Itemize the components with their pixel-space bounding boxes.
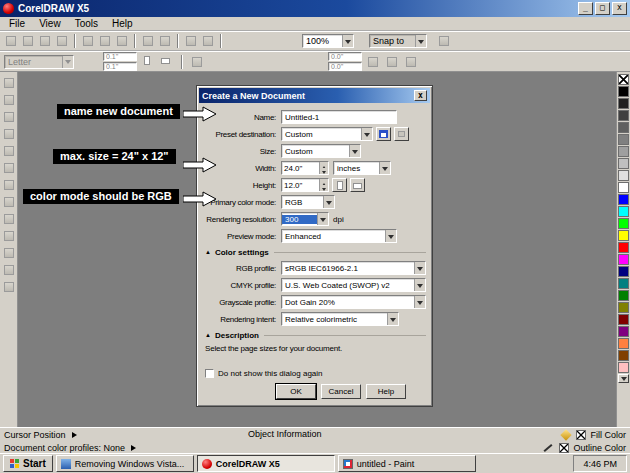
width-spinner[interactable]: 24.0"	[281, 161, 329, 175]
dont-show-again-checkbox[interactable]	[205, 369, 214, 378]
open-icon[interactable]	[20, 33, 36, 49]
redo-icon[interactable]	[157, 33, 173, 49]
smart-fill-tool[interactable]	[1, 160, 17, 176]
rendering-intent-select[interactable]: Relative colorimetric	[281, 312, 399, 326]
rendering-resolution-combo[interactable]: 300	[281, 212, 329, 226]
palette-swatch[interactable]	[618, 182, 629, 193]
paper-height-field[interactable]: 0.1"	[103, 62, 137, 71]
cancel-button[interactable]: Cancel	[321, 384, 361, 399]
chevron-down-icon[interactable]	[349, 145, 360, 157]
snap-to-dropdown[interactable]: Snap to	[369, 34, 427, 48]
units-select[interactable]: inches	[333, 161, 391, 175]
color-settings-header[interactable]: ▲ Color settings	[203, 245, 426, 259]
cut-icon[interactable]	[80, 33, 96, 49]
palette-swatch[interactable]	[618, 206, 629, 217]
rgb-profile-select[interactable]: sRGB IEC61966-2.1	[281, 261, 426, 275]
minimize-button[interactable]: _	[578, 2, 593, 15]
text-tool[interactable]	[1, 228, 17, 244]
dialog-close-icon[interactable]: x	[414, 90, 427, 101]
save-icon[interactable]	[37, 33, 53, 49]
delete-preset-button[interactable]	[394, 127, 409, 141]
interactive-fill-tool[interactable]	[1, 279, 17, 295]
ok-button[interactable]: OK	[276, 384, 316, 399]
import-icon[interactable]	[183, 33, 199, 49]
shape-tool[interactable]	[1, 92, 17, 108]
help-button[interactable]: Help	[366, 384, 406, 399]
no-color-swatch[interactable]	[618, 74, 629, 85]
height-spinner[interactable]: 12.0"	[281, 178, 329, 192]
units-icon[interactable]	[189, 54, 205, 70]
preview-mode-select[interactable]: Enhanced	[281, 229, 397, 243]
taskbar-button-vista[interactable]: Removing Windows Vista...	[56, 455, 194, 472]
palette-swatch[interactable]	[618, 170, 629, 181]
palette-scroll-down-icon[interactable]	[618, 374, 629, 383]
nudge-field[interactable]: 0.0"	[328, 52, 362, 61]
palette-swatch[interactable]	[618, 146, 629, 157]
menu-tools[interactable]: Tools	[68, 18, 105, 29]
rectangle-tool[interactable]	[1, 177, 17, 193]
copy-icon[interactable]	[97, 33, 113, 49]
maximize-button[interactable]: □	[595, 2, 610, 15]
palette-swatch[interactable]	[618, 110, 629, 121]
crop-tool[interactable]	[1, 109, 17, 125]
palette-swatch[interactable]	[618, 218, 629, 229]
duplicate-distance-field[interactable]: 0.0"	[328, 62, 362, 71]
chevron-down-icon[interactable]	[62, 56, 73, 68]
eyedropper-tool[interactable]	[1, 262, 17, 278]
chevron-down-icon[interactable]	[379, 162, 390, 174]
save-preset-button[interactable]	[376, 127, 391, 141]
palette-swatch[interactable]	[618, 158, 629, 169]
chevron-down-icon[interactable]	[323, 196, 334, 208]
palette-swatch[interactable]	[618, 230, 629, 241]
palette-swatch[interactable]	[618, 194, 629, 205]
palette-swatch[interactable]	[618, 350, 629, 361]
palette-swatch[interactable]	[618, 326, 629, 337]
palette-swatch[interactable]	[618, 122, 629, 133]
palette-swatch[interactable]	[618, 362, 629, 373]
preset-destination-select[interactable]: Custom	[281, 127, 373, 141]
zoom-level-combo[interactable]: 100%	[302, 34, 354, 48]
portrait-orientation-button[interactable]	[332, 178, 347, 192]
menu-help[interactable]: Help	[105, 18, 140, 29]
portrait-icon[interactable]	[140, 54, 156, 70]
palette-swatch[interactable]	[618, 134, 629, 145]
palette-swatch[interactable]	[618, 290, 629, 301]
chevron-down-icon[interactable]	[387, 313, 398, 325]
landscape-icon[interactable]	[159, 54, 175, 70]
chevron-down-icon[interactable]	[385, 230, 396, 242]
chevron-down-icon[interactable]	[414, 296, 425, 308]
menu-file[interactable]: File	[2, 18, 32, 29]
palette-swatch[interactable]	[618, 98, 629, 109]
taskbar-button-coreldraw[interactable]: CorelDRAW X5	[197, 455, 335, 472]
undo-icon[interactable]	[140, 33, 156, 49]
treat-as-filled-icon[interactable]	[365, 54, 381, 70]
spinner-arrows-icon[interactable]	[319, 162, 328, 174]
close-button[interactable]: x	[612, 2, 627, 15]
table-tool[interactable]	[1, 245, 17, 261]
ellipse-tool[interactable]	[1, 194, 17, 210]
paper-type-select[interactable]: Letter	[4, 55, 74, 69]
palette-swatch[interactable]	[618, 314, 629, 325]
options-icon[interactable]	[436, 33, 452, 49]
new-document-icon[interactable]	[3, 33, 19, 49]
chevron-down-icon[interactable]	[342, 35, 353, 47]
document-name-input[interactable]	[281, 110, 397, 124]
primary-color-mode-select[interactable]: RGB	[281, 195, 335, 209]
palette-swatch[interactable]	[618, 266, 629, 277]
size-select[interactable]: Custom	[281, 144, 361, 158]
landscape-orientation-button[interactable]	[350, 178, 365, 192]
chevron-down-icon[interactable]	[414, 262, 425, 274]
chevron-down-icon[interactable]	[415, 35, 426, 47]
zoom-tool[interactable]	[1, 126, 17, 142]
chevron-down-icon[interactable]	[414, 279, 425, 291]
chevron-down-icon[interactable]	[317, 213, 328, 225]
chevron-down-icon[interactable]	[361, 128, 372, 140]
cmyk-profile-select[interactable]: U.S. Web Coated (SWOP) v2	[281, 278, 426, 292]
palette-swatch[interactable]	[618, 278, 629, 289]
spinner-arrows-icon[interactable]	[319, 179, 328, 191]
palette-swatch[interactable]	[618, 254, 629, 265]
start-button[interactable]: Start	[3, 455, 53, 472]
paste-icon[interactable]	[114, 33, 130, 49]
properties-icon[interactable]	[403, 54, 419, 70]
description-header[interactable]: ▲ Description	[203, 328, 426, 342]
